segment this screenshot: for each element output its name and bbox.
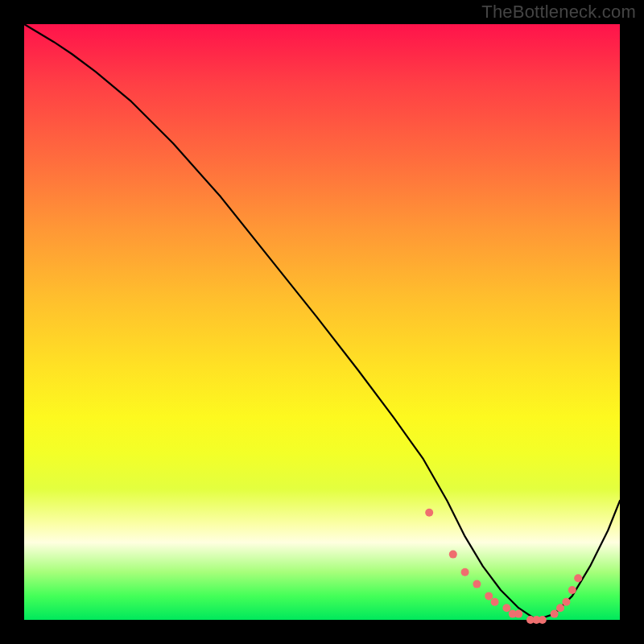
marker-dot	[485, 592, 493, 600]
bottleneck-curve	[24, 24, 620, 620]
plot-area	[24, 24, 620, 620]
marker-dot	[502, 604, 510, 612]
marker-dot	[562, 598, 570, 606]
marker-dot	[425, 509, 433, 517]
marker-dot	[551, 610, 559, 618]
marker-dot	[556, 604, 564, 612]
marker-dot	[514, 610, 522, 618]
marker-dot	[449, 551, 457, 559]
chart-frame: TheBottleneck.com	[0, 0, 644, 644]
marker-dot	[473, 580, 481, 588]
chart-overlay	[24, 24, 620, 620]
marker-dot	[461, 568, 469, 576]
marker-group	[425, 509, 582, 624]
marker-dot	[539, 616, 547, 624]
marker-dot	[568, 586, 576, 594]
watermark-text: TheBottleneck.com	[481, 2, 636, 23]
marker-dot	[491, 598, 499, 606]
marker-dot	[574, 574, 582, 582]
